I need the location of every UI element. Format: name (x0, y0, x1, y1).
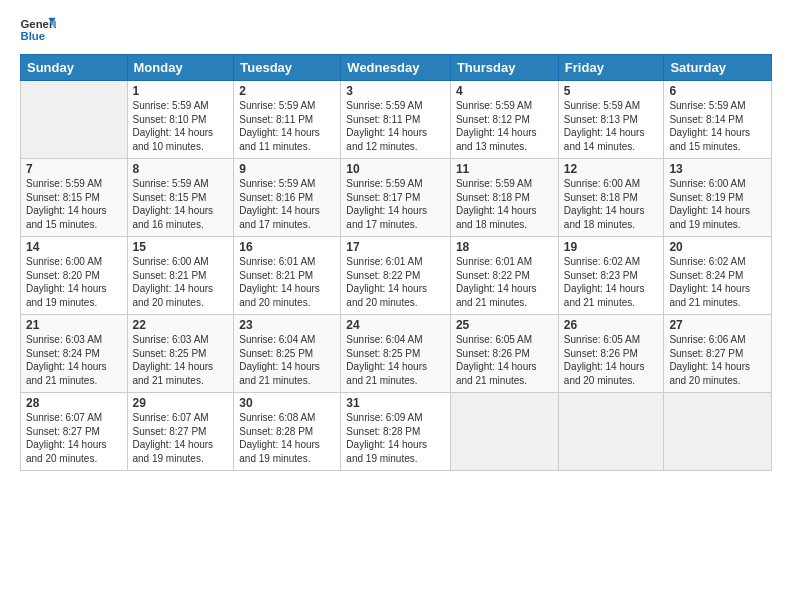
calendar-cell: 9Sunrise: 5:59 AM Sunset: 8:16 PM Daylig… (234, 159, 341, 237)
week-row-3: 14Sunrise: 6:00 AM Sunset: 8:20 PM Dayli… (21, 237, 772, 315)
day-info: Sunrise: 5:59 AM Sunset: 8:15 PM Dayligh… (26, 177, 122, 231)
week-row-2: 7Sunrise: 5:59 AM Sunset: 8:15 PM Daylig… (21, 159, 772, 237)
day-number: 31 (346, 396, 445, 410)
calendar-cell: 8Sunrise: 5:59 AM Sunset: 8:15 PM Daylig… (127, 159, 234, 237)
day-info: Sunrise: 6:01 AM Sunset: 8:22 PM Dayligh… (346, 255, 445, 309)
week-row-5: 28Sunrise: 6:07 AM Sunset: 8:27 PM Dayli… (21, 393, 772, 471)
day-number: 20 (669, 240, 766, 254)
day-number: 5 (564, 84, 659, 98)
day-number: 24 (346, 318, 445, 332)
day-info: Sunrise: 5:59 AM Sunset: 8:14 PM Dayligh… (669, 99, 766, 153)
day-info: Sunrise: 6:00 AM Sunset: 8:20 PM Dayligh… (26, 255, 122, 309)
day-number: 25 (456, 318, 553, 332)
weekday-header-sunday: Sunday (21, 55, 128, 81)
calendar-cell: 20Sunrise: 6:02 AM Sunset: 8:24 PM Dayli… (664, 237, 772, 315)
day-number: 11 (456, 162, 553, 176)
header: General Blue (20, 16, 772, 44)
day-number: 29 (133, 396, 229, 410)
day-info: Sunrise: 6:03 AM Sunset: 8:25 PM Dayligh… (133, 333, 229, 387)
day-info: Sunrise: 6:04 AM Sunset: 8:25 PM Dayligh… (346, 333, 445, 387)
day-info: Sunrise: 6:00 AM Sunset: 8:18 PM Dayligh… (564, 177, 659, 231)
day-number: 4 (456, 84, 553, 98)
calendar-cell: 14Sunrise: 6:00 AM Sunset: 8:20 PM Dayli… (21, 237, 128, 315)
weekday-header-saturday: Saturday (664, 55, 772, 81)
calendar-cell: 16Sunrise: 6:01 AM Sunset: 8:21 PM Dayli… (234, 237, 341, 315)
day-info: Sunrise: 6:01 AM Sunset: 8:22 PM Dayligh… (456, 255, 553, 309)
calendar-cell: 21Sunrise: 6:03 AM Sunset: 8:24 PM Dayli… (21, 315, 128, 393)
calendar-cell: 12Sunrise: 6:00 AM Sunset: 8:18 PM Dayli… (558, 159, 664, 237)
calendar-cell: 3Sunrise: 5:59 AM Sunset: 8:11 PM Daylig… (341, 81, 451, 159)
day-info: Sunrise: 6:05 AM Sunset: 8:26 PM Dayligh… (564, 333, 659, 387)
day-info: Sunrise: 6:00 AM Sunset: 8:21 PM Dayligh… (133, 255, 229, 309)
day-info: Sunrise: 5:59 AM Sunset: 8:11 PM Dayligh… (239, 99, 335, 153)
calendar-cell: 27Sunrise: 6:06 AM Sunset: 8:27 PM Dayli… (664, 315, 772, 393)
day-number: 8 (133, 162, 229, 176)
day-info: Sunrise: 6:01 AM Sunset: 8:21 PM Dayligh… (239, 255, 335, 309)
day-info: Sunrise: 6:02 AM Sunset: 8:23 PM Dayligh… (564, 255, 659, 309)
day-info: Sunrise: 5:59 AM Sunset: 8:18 PM Dayligh… (456, 177, 553, 231)
day-number: 22 (133, 318, 229, 332)
calendar-cell: 17Sunrise: 6:01 AM Sunset: 8:22 PM Dayli… (341, 237, 451, 315)
calendar-cell: 10Sunrise: 5:59 AM Sunset: 8:17 PM Dayli… (341, 159, 451, 237)
calendar-cell: 5Sunrise: 5:59 AM Sunset: 8:13 PM Daylig… (558, 81, 664, 159)
calendar-cell (558, 393, 664, 471)
calendar-cell: 18Sunrise: 6:01 AM Sunset: 8:22 PM Dayli… (450, 237, 558, 315)
calendar-cell (664, 393, 772, 471)
calendar-table: SundayMondayTuesdayWednesdayThursdayFrid… (20, 54, 772, 471)
day-number: 30 (239, 396, 335, 410)
calendar-cell: 6Sunrise: 5:59 AM Sunset: 8:14 PM Daylig… (664, 81, 772, 159)
week-row-4: 21Sunrise: 6:03 AM Sunset: 8:24 PM Dayli… (21, 315, 772, 393)
calendar-cell: 28Sunrise: 6:07 AM Sunset: 8:27 PM Dayli… (21, 393, 128, 471)
day-info: Sunrise: 5:59 AM Sunset: 8:12 PM Dayligh… (456, 99, 553, 153)
calendar-cell: 4Sunrise: 5:59 AM Sunset: 8:12 PM Daylig… (450, 81, 558, 159)
weekday-header-monday: Monday (127, 55, 234, 81)
day-info: Sunrise: 6:03 AM Sunset: 8:24 PM Dayligh… (26, 333, 122, 387)
day-info: Sunrise: 5:59 AM Sunset: 8:17 PM Dayligh… (346, 177, 445, 231)
day-info: Sunrise: 6:08 AM Sunset: 8:28 PM Dayligh… (239, 411, 335, 465)
weekday-header-wednesday: Wednesday (341, 55, 451, 81)
day-info: Sunrise: 6:00 AM Sunset: 8:19 PM Dayligh… (669, 177, 766, 231)
day-number: 15 (133, 240, 229, 254)
logo: General Blue (20, 16, 56, 44)
calendar-cell (21, 81, 128, 159)
weekday-header-row: SundayMondayTuesdayWednesdayThursdayFrid… (21, 55, 772, 81)
day-info: Sunrise: 5:59 AM Sunset: 8:10 PM Dayligh… (133, 99, 229, 153)
day-number: 26 (564, 318, 659, 332)
day-info: Sunrise: 6:09 AM Sunset: 8:28 PM Dayligh… (346, 411, 445, 465)
week-row-1: 1Sunrise: 5:59 AM Sunset: 8:10 PM Daylig… (21, 81, 772, 159)
calendar-cell (450, 393, 558, 471)
day-number: 23 (239, 318, 335, 332)
day-number: 19 (564, 240, 659, 254)
day-info: Sunrise: 6:02 AM Sunset: 8:24 PM Dayligh… (669, 255, 766, 309)
day-number: 12 (564, 162, 659, 176)
day-number: 9 (239, 162, 335, 176)
calendar-cell: 19Sunrise: 6:02 AM Sunset: 8:23 PM Dayli… (558, 237, 664, 315)
day-number: 18 (456, 240, 553, 254)
day-number: 10 (346, 162, 445, 176)
day-info: Sunrise: 6:07 AM Sunset: 8:27 PM Dayligh… (26, 411, 122, 465)
calendar-cell: 24Sunrise: 6:04 AM Sunset: 8:25 PM Dayli… (341, 315, 451, 393)
calendar-cell: 29Sunrise: 6:07 AM Sunset: 8:27 PM Dayli… (127, 393, 234, 471)
day-number: 7 (26, 162, 122, 176)
calendar-cell: 31Sunrise: 6:09 AM Sunset: 8:28 PM Dayli… (341, 393, 451, 471)
day-info: Sunrise: 6:05 AM Sunset: 8:26 PM Dayligh… (456, 333, 553, 387)
day-number: 17 (346, 240, 445, 254)
logo-icon: General Blue (20, 16, 56, 44)
day-info: Sunrise: 6:06 AM Sunset: 8:27 PM Dayligh… (669, 333, 766, 387)
day-info: Sunrise: 6:07 AM Sunset: 8:27 PM Dayligh… (133, 411, 229, 465)
calendar-cell: 22Sunrise: 6:03 AM Sunset: 8:25 PM Dayli… (127, 315, 234, 393)
day-number: 6 (669, 84, 766, 98)
calendar-cell: 30Sunrise: 6:08 AM Sunset: 8:28 PM Dayli… (234, 393, 341, 471)
day-info: Sunrise: 5:59 AM Sunset: 8:16 PM Dayligh… (239, 177, 335, 231)
calendar-cell: 1Sunrise: 5:59 AM Sunset: 8:10 PM Daylig… (127, 81, 234, 159)
weekday-header-tuesday: Tuesday (234, 55, 341, 81)
calendar-cell: 7Sunrise: 5:59 AM Sunset: 8:15 PM Daylig… (21, 159, 128, 237)
weekday-header-thursday: Thursday (450, 55, 558, 81)
day-info: Sunrise: 5:59 AM Sunset: 8:15 PM Dayligh… (133, 177, 229, 231)
day-number: 3 (346, 84, 445, 98)
day-number: 1 (133, 84, 229, 98)
calendar-cell: 11Sunrise: 5:59 AM Sunset: 8:18 PM Dayli… (450, 159, 558, 237)
weekday-header-friday: Friday (558, 55, 664, 81)
day-number: 14 (26, 240, 122, 254)
svg-text:Blue: Blue (21, 30, 46, 42)
